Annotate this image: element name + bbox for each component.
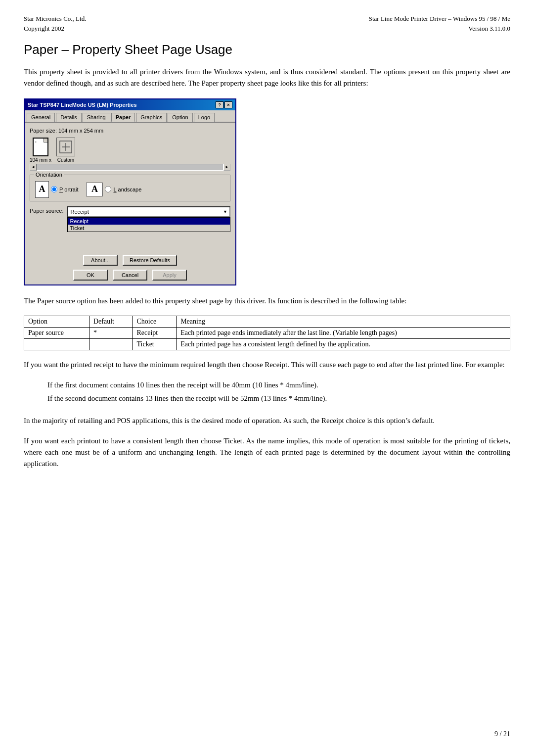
indent2: If the second document contains 13 lines… bbox=[47, 393, 510, 404]
help-button[interactable]: ? bbox=[216, 101, 223, 108]
indent1: If the first document contains 10 lines … bbox=[47, 379, 510, 391]
paper-scroll-row: ◄ ► bbox=[30, 164, 230, 171]
tab-details[interactable]: Details bbox=[56, 113, 82, 122]
portrait-option[interactable]: A Portrait bbox=[35, 181, 78, 198]
windows-dialog: Star TSP847 LineMode US (LM) Properties … bbox=[24, 98, 236, 285]
scroll-right-arrow[interactable]: ► bbox=[223, 164, 230, 171]
restore-defaults-button[interactable]: Restore Defaults bbox=[123, 255, 177, 266]
tab-general[interactable]: General bbox=[27, 113, 55, 122]
row1-meaning: Each printed page ends immediately after… bbox=[177, 327, 510, 338]
fold-corner bbox=[44, 139, 47, 142]
dialog-titlebar: Star TSP847 LineMode US (LM) Properties … bbox=[25, 99, 235, 110]
source-label: Paper source: bbox=[30, 206, 63, 214]
source-option-ticket[interactable]: Ticket bbox=[68, 225, 230, 232]
source-row: Paper source: Receipt ▼ Receipt Ticket bbox=[30, 206, 230, 232]
landscape-option[interactable]: A Landscape bbox=[86, 183, 141, 196]
paper-icon-label1: 104 mm x bbox=[30, 157, 51, 163]
col-meaning: Meaning bbox=[177, 316, 510, 327]
paper-icon-label2: Custom bbox=[57, 157, 74, 163]
header-right: Star Line Mode Printer Driver – Windows … bbox=[369, 14, 510, 33]
portrait-icon: A bbox=[35, 181, 49, 198]
scroll-track[interactable] bbox=[37, 164, 223, 171]
table-row: Ticket Each printed page has a consisten… bbox=[24, 338, 510, 350]
table-row: Paper source * Receipt Each printed page… bbox=[24, 327, 510, 338]
col-choice: Choice bbox=[133, 316, 177, 327]
page-title: Paper – Property Sheet Page Usage bbox=[24, 42, 510, 57]
tab-logo[interactable]: Logo bbox=[194, 113, 215, 122]
copyright: Copyright 2002 bbox=[24, 24, 86, 34]
driver-version: Version 3.11.0.0 bbox=[369, 24, 510, 34]
landscape-radio[interactable] bbox=[105, 186, 111, 192]
dropdown-arrow: ▼ bbox=[223, 209, 227, 214]
orientation-group: Orientation A Portrait A Landscape bbox=[30, 175, 230, 201]
dialog-title: Star TSP847 LineMode US (LM) Properties bbox=[28, 102, 137, 108]
paper-icon-custom bbox=[56, 138, 75, 156]
spacer bbox=[30, 237, 230, 255]
tab-option[interactable]: Option bbox=[168, 113, 192, 122]
paper-icon-custom-box[interactable]: Custom bbox=[56, 138, 75, 163]
table-header-row: Option Default Choice Meaning bbox=[24, 316, 510, 327]
landscape-icon: A bbox=[86, 183, 103, 196]
orientation-legend: Orientation bbox=[34, 172, 64, 178]
source-selected-value: Receipt bbox=[70, 209, 89, 215]
dialog-ok-row: OK Cancel Apply bbox=[30, 270, 230, 281]
row2-default bbox=[89, 338, 133, 350]
dialog-tabs: General Details Sharing Paper Graphics O… bbox=[25, 110, 235, 123]
paper-size-row: Paper size: 104 mm x 254 mm bbox=[30, 128, 230, 134]
source-select-wrapper: Receipt ▼ Receipt Ticket bbox=[67, 206, 230, 232]
cancel-button[interactable]: Cancel bbox=[113, 270, 147, 281]
col-option: Option bbox=[24, 316, 89, 327]
ok-button[interactable]: OK bbox=[73, 270, 108, 281]
col-default: Default bbox=[89, 316, 133, 327]
options-table: Option Default Choice Meaning Paper sour… bbox=[24, 316, 510, 350]
row1-default: * bbox=[89, 327, 133, 338]
post-dialog-text: The Paper source option has been added t… bbox=[24, 295, 510, 307]
doc-header: Star Micronics Co., Ltd. Copyright 2002 … bbox=[24, 14, 510, 33]
paper-size-label: Paper size: bbox=[30, 128, 57, 134]
paper-size-value: 104 mm x 254 mm bbox=[58, 128, 103, 134]
row1-option: Paper source bbox=[24, 327, 89, 338]
scroll-left-arrow[interactable]: ◄ bbox=[30, 164, 37, 171]
dialog-bottom-row: About... Restore Defaults bbox=[30, 255, 230, 266]
row1-choice: Receipt bbox=[133, 327, 177, 338]
titlebar-controls: ? × bbox=[216, 101, 232, 108]
tab-paper[interactable]: Paper bbox=[111, 113, 135, 122]
paper-icon-selected-box[interactable]: • 104 mm x bbox=[30, 138, 51, 163]
source-select-box[interactable]: Receipt ▼ bbox=[67, 206, 230, 217]
row2-option bbox=[24, 338, 89, 350]
company-name: Star Micronics Co., Ltd. bbox=[24, 14, 86, 24]
para4: If you want each printout to have a cons… bbox=[24, 435, 510, 470]
tab-graphics[interactable]: Graphics bbox=[136, 113, 167, 122]
row2-meaning: Each printed page has a consistent lengt… bbox=[177, 338, 510, 350]
intro-paragraph: This property sheet is provided to all p… bbox=[24, 66, 510, 90]
dialog-wrapper: Star TSP847 LineMode US (LM) Properties … bbox=[24, 98, 510, 285]
paper-icon-selected: • bbox=[33, 138, 48, 156]
about-button[interactable]: About... bbox=[83, 255, 118, 266]
source-option-receipt[interactable]: Receipt bbox=[68, 218, 230, 225]
close-button[interactable]: × bbox=[224, 101, 232, 108]
custom-icon-svg bbox=[59, 140, 73, 154]
apply-button[interactable]: Apply bbox=[152, 270, 187, 281]
paper-top-dot: • bbox=[35, 140, 37, 144]
page-number: 9 / 21 bbox=[494, 730, 510, 738]
landscape-label: Landscape bbox=[113, 187, 141, 192]
dialog-content: Paper size: 104 mm x 254 mm • 104 mm x bbox=[25, 123, 235, 284]
row2-choice: Ticket bbox=[133, 338, 177, 350]
driver-title: Star Line Mode Printer Driver – Windows … bbox=[369, 14, 510, 24]
para2: If you want the printed receipt to have … bbox=[24, 359, 510, 371]
header-left: Star Micronics Co., Ltd. Copyright 2002 bbox=[24, 14, 86, 33]
source-dropdown: Receipt Ticket bbox=[67, 217, 230, 232]
tab-sharing[interactable]: Sharing bbox=[83, 113, 110, 122]
portrait-label: Portrait bbox=[59, 187, 78, 192]
portrait-radio[interactable] bbox=[51, 186, 57, 192]
para3: In the majority of retailing and POS app… bbox=[24, 415, 510, 426]
paper-icons-row: • 104 mm x Custom bbox=[30, 138, 230, 163]
orientation-options: A Portrait A Landscape bbox=[35, 178, 225, 198]
